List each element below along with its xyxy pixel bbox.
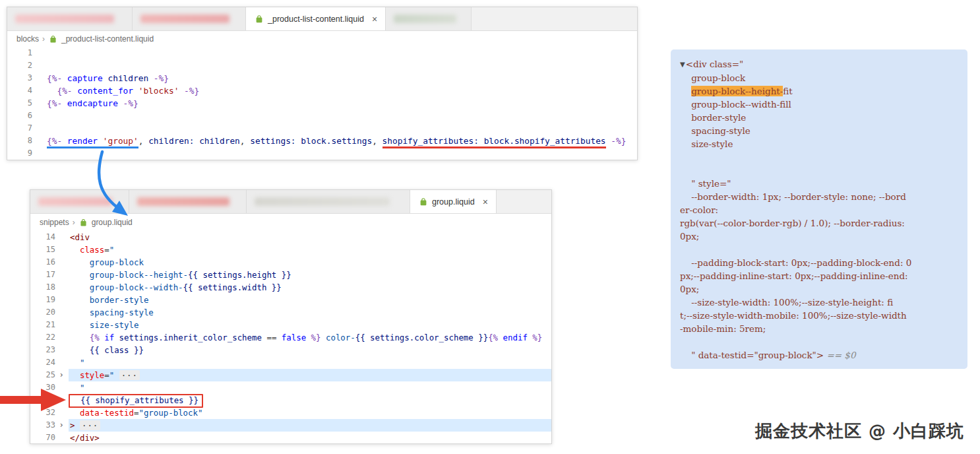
code-line[interactable]: 24 " [30, 356, 551, 369]
screenshot-canvas: _product-list-content.liquid × blocks › … [0, 0, 980, 454]
breadcrumb-file[interactable]: group.liquid [92, 218, 133, 227]
redacted-tab[interactable] [133, 7, 246, 30]
code-line[interactable]: 8{%- render 'group', children: children,… [7, 135, 637, 147]
inspector-line[interactable]: 0px; [680, 230, 958, 243]
inspector-line[interactable]: ▼<div class=" [680, 57, 958, 71]
inspector-line[interactable]: group-block [680, 71, 958, 84]
devtools-element-inspector[interactable]: ▼<div class=" group-block group-block--h… [671, 49, 967, 369]
inspector-line[interactable]: er-color: [680, 203, 958, 216]
tab-bar-filler [472, 7, 637, 30]
line-number-gutter[interactable]: 1 [7, 47, 46, 59]
code-line[interactable]: 5{%- endcapture -%} [7, 97, 637, 110]
redacted-tab[interactable] [247, 190, 410, 213]
code-line[interactable]: 16 group-block [30, 256, 551, 269]
line-number-gutter[interactable]: 30 [30, 381, 69, 394]
inspector-line[interactable]: border-style [680, 111, 958, 124]
inspector-line[interactable]: group-block--width-fill [680, 98, 958, 111]
line-number-gutter[interactable]: 3 [7, 72, 46, 84]
line-number-gutter[interactable]: 9 [7, 147, 46, 160]
fold-chevron-icon[interactable]: › [55, 419, 67, 432]
line-number-gutter[interactable]: 24 [30, 356, 69, 369]
line-number-gutter[interactable]: 18 [30, 281, 69, 294]
code-line[interactable]: 33›> ··· [30, 419, 551, 432]
code-line[interactable]: 32 data-testid="group-block" [30, 406, 551, 419]
inspector-line[interactable]: group-block--height-fit [680, 84, 958, 98]
code-line[interactable]: 18 group-block--width-{{ settings.width … [30, 281, 551, 294]
tab-group-liquid[interactable]: group.liquid × [410, 190, 497, 213]
code-line[interactable]: 9 [7, 147, 637, 160]
breadcrumb-folder[interactable]: blocks [16, 34, 39, 44]
inspector-line[interactable] [680, 243, 958, 256]
redacted-tab[interactable] [7, 7, 133, 30]
inspector-line[interactable]: " data-testid="group-block"> == $0 [680, 348, 958, 362]
tab-close-icon[interactable]: × [483, 197, 488, 207]
code-line[interactable]: 6 [7, 110, 637, 122]
inspector-line[interactable]: --size-style-width: 100%;--size-style-he… [680, 296, 958, 309]
code-line[interactable]: 15 class=" [30, 243, 551, 256]
breadcrumb-folder[interactable]: snippets [40, 218, 69, 227]
code-line[interactable]: 30 " [30, 381, 551, 394]
line-number-gutter[interactable]: 23 [30, 344, 69, 356]
code-editor-area[interactable]: 14<div15 class="16 group-block17 group-b… [30, 231, 551, 444]
line-number-gutter[interactable]: 17 [30, 269, 69, 281]
line-number-gutter[interactable] [30, 394, 69, 406]
line-number-gutter[interactable]: 5 [7, 97, 46, 110]
code-line[interactable]: 19 border-style [30, 294, 551, 306]
redacted-tab-label [137, 197, 230, 206]
line-number-gutter[interactable]: 25› [30, 369, 69, 381]
inspector-line[interactable]: " style=" [680, 177, 958, 190]
inspector-line[interactable]: -mobile-min: 5rem; [680, 322, 958, 335]
redacted-tab-label [140, 15, 230, 23]
line-number-gutter[interactable]: 6 [7, 110, 46, 122]
code-line[interactable]: 17 group-block--height-{{ settings.heigh… [30, 269, 551, 281]
inspector-line[interactable]: rgb(var(--color-border-rgb) / 1.0); --bo… [680, 216, 958, 230]
code-line[interactable]: 2 [7, 59, 637, 72]
code-line[interactable]: 23 {{ class }} [30, 344, 551, 356]
line-number-gutter[interactable]: 20 [30, 306, 69, 319]
code-line[interactable]: {{ shopify_attributes }} [30, 394, 551, 406]
line-number-gutter[interactable]: 16 [30, 256, 69, 269]
inspector-line[interactable]: spacing-style [680, 124, 958, 137]
line-number-gutter[interactable]: 33› [30, 419, 69, 432]
tab-product-list-content-liquid[interactable]: _product-list-content.liquid × [246, 7, 386, 30]
inspector-line[interactable]: t;--size-style-width-mobile: 100%;--size… [680, 309, 958, 322]
line-number-gutter[interactable]: 15 [30, 243, 69, 256]
line-number-gutter[interactable]: 4 [7, 84, 46, 97]
code-line[interactable]: 25› style=" ··· [30, 369, 551, 381]
code-line[interactable]: 7 [7, 122, 637, 135]
code-line[interactable]: 20 spacing-style [30, 306, 551, 319]
line-number-gutter[interactable]: 70 [30, 432, 69, 444]
line-number-gutter[interactable]: 22 [30, 331, 69, 344]
line-number-gutter[interactable]: 32 [30, 406, 69, 419]
code-line[interactable]: 14<div [30, 231, 551, 243]
fold-chevron-icon[interactable]: › [55, 369, 67, 381]
watermark: 掘金技术社区 @ 小白踩坑 [755, 420, 964, 443]
inspector-line[interactable]: px;--padding-inline-start: 0px;--padding… [680, 269, 958, 282]
code-editor-area[interactable]: 123{%- capture children -%}4 {%- content… [7, 47, 637, 160]
liquid-file-icon [254, 14, 264, 24]
code-line[interactable]: 4 {%- content_for 'blocks' -%} [7, 84, 637, 97]
line-number-gutter[interactable]: 7 [7, 122, 46, 135]
line-number-gutter[interactable]: 19 [30, 294, 69, 306]
code-line[interactable]: 70</div> [30, 432, 551, 444]
inspector-line[interactable] [680, 150, 958, 164]
inspector-line[interactable] [680, 164, 958, 177]
tab-close-icon[interactable]: × [372, 15, 377, 24]
redacted-tab[interactable] [129, 190, 247, 213]
code-line[interactable]: 22 {% if settings.inherit_color_scheme =… [30, 331, 551, 344]
inspector-line[interactable]: 0px; [680, 282, 958, 296]
code-line[interactable]: 3{%- capture children -%} [7, 72, 637, 84]
breadcrumb-file[interactable]: _product-list-content.liquid [61, 34, 154, 44]
inspector-line[interactable]: --padding-block-start: 0px;--padding-blo… [680, 256, 958, 269]
redacted-tab[interactable] [30, 190, 129, 213]
inspector-line[interactable]: size-style [680, 137, 958, 150]
line-number-gutter[interactable]: 2 [7, 59, 46, 72]
redacted-tab[interactable] [386, 7, 472, 30]
code-line[interactable]: 1 [7, 47, 637, 59]
line-number-gutter[interactable]: 8 [7, 135, 46, 147]
line-number-gutter[interactable]: 21 [30, 319, 69, 331]
line-number-gutter[interactable]: 14 [30, 231, 69, 243]
code-line[interactable]: 21 size-style [30, 319, 551, 331]
inspector-line[interactable]: --border-width: 1px; --border-style: non… [680, 190, 958, 203]
inspector-line[interactable] [680, 335, 958, 348]
